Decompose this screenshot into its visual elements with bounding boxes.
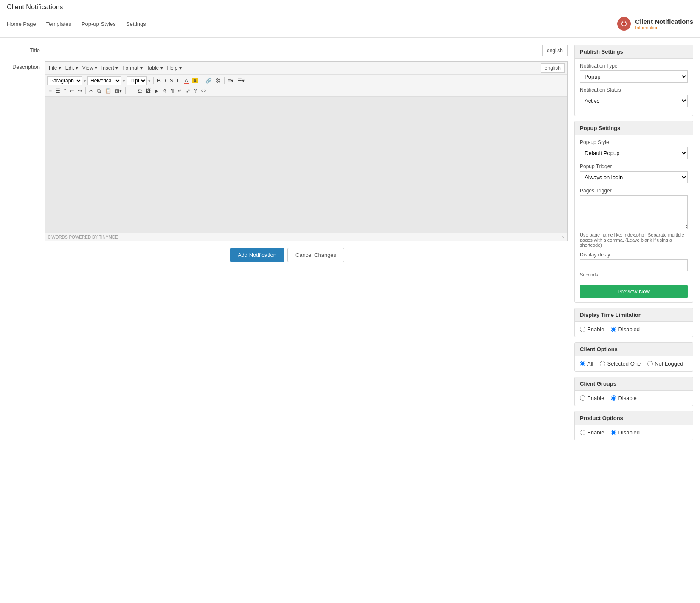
title-lang-btn[interactable]: english [543, 45, 568, 56]
add-notification-btn[interactable]: Add Notification [230, 248, 284, 262]
product-options-enable-label: Enable [587, 429, 604, 436]
editor-footer: 0 WORDS POWERED BY TINYMCE ⤡ [45, 233, 567, 241]
font-size-select[interactable]: 11pt 12pt 14pt [127, 76, 147, 85]
hr-btn[interactable]: — [127, 87, 136, 95]
display-time-disabled-radio[interactable]: Disabled [611, 326, 640, 332]
help2-btn[interactable]: ? [192, 87, 199, 95]
editor-body[interactable] [45, 97, 567, 233]
align-left-btn[interactable]: ≡ [47, 87, 53, 95]
link-btn[interactable]: 🔗 [204, 77, 214, 85]
menu-view[interactable]: View ▾ [81, 64, 99, 72]
client-option-all-input[interactable] [580, 361, 585, 366]
align-center-btn[interactable]: ☰ [54, 87, 62, 95]
client-groups-enable-input[interactable] [580, 395, 585, 401]
pages-trigger-group: Pages Trigger Use page name like: index.… [580, 188, 688, 248]
media-btn[interactable]: ▶ [153, 87, 160, 95]
pages-trigger-textarea[interactable] [580, 195, 688, 229]
menu-insert[interactable]: Insert ▾ [100, 64, 120, 72]
client-groups-disable-radio[interactable]: Disable [611, 395, 636, 401]
print-btn[interactable]: 🖨 [160, 87, 169, 95]
menu-file[interactable]: File ▾ [47, 64, 63, 72]
copy-btn[interactable]: ⧉ [96, 87, 103, 95]
cancel-changes-btn[interactable]: Cancel Changes [287, 248, 344, 262]
client-groups-disable-input[interactable] [611, 395, 616, 401]
editor-wrap: File ▾ Edit ▾ View ▾ Insert ▾ Format ▾ T… [45, 61, 568, 241]
font-color-btn[interactable]: A [183, 77, 190, 85]
bold-btn[interactable]: B [155, 77, 163, 85]
display-time-limitation-header: Display Time Limitation [575, 308, 693, 322]
client-option-all-radio[interactable]: All [580, 361, 593, 367]
client-option-notlogged-input[interactable] [647, 361, 653, 366]
nav-home-page[interactable]: Home Page [7, 21, 36, 27]
list-ol-btn[interactable]: ☰▾ [236, 77, 246, 85]
logo-sub: Information [635, 25, 693, 30]
paste-btn[interactable]: 📋 [103, 87, 113, 95]
resize-handle[interactable]: ⤡ [559, 234, 565, 240]
client-groups-disable-label: Disable [618, 395, 636, 401]
product-options-enable-input[interactable] [580, 430, 585, 435]
notification-status-select[interactable]: Active Inactive [580, 95, 688, 107]
title-row: Title english [7, 45, 568, 56]
product-options-disabled-radio[interactable]: Disabled [611, 429, 640, 436]
bg-color-btn[interactable]: A [190, 77, 200, 84]
page-title: Client Notifications [7, 3, 693, 11]
unlink-btn[interactable]: ⛓ [214, 77, 222, 85]
nav-settings[interactable]: Settings [126, 21, 146, 27]
client-option-notlogged-radio[interactable]: Not Logged [647, 361, 683, 367]
seconds-label: Seconds [580, 272, 688, 277]
paragraph-select[interactable]: Paragraph Heading 1 Heading 2 [47, 76, 82, 85]
toolbar-sep-3 [224, 77, 225, 84]
toolbar-top-row: File ▾ Edit ▾ View ▾ Insert ▾ Format ▾ T… [45, 62, 567, 75]
menu-help[interactable]: Help ▾ [166, 64, 183, 72]
code-btn[interactable]: <> [199, 87, 208, 95]
display-time-enable-radio[interactable]: Enable [580, 326, 604, 332]
display-time-radio-group: Enable Disabled [580, 326, 688, 332]
popup-trigger-group: Popup Trigger Always on login On page lo… [580, 163, 688, 183]
product-options-disabled-input[interactable] [611, 430, 616, 435]
menu-format[interactable]: Format ▾ [121, 64, 144, 72]
publish-settings-header: Publish Settings [575, 45, 693, 59]
toolbar-row-1: Paragraph Heading 1 Heading 2 ▾ Helvetic… [47, 76, 565, 86]
fullscreen-btn[interactable]: ⤢ [184, 87, 192, 95]
client-option-selected-input[interactable] [600, 361, 605, 366]
cut-btn[interactable]: ✂ [87, 87, 95, 95]
underline-btn[interactable]: U [175, 77, 183, 85]
preview-now-btn[interactable]: Preview Now [580, 285, 688, 298]
editor-lang-btn[interactable]: english [541, 63, 565, 73]
nonbreak-btn[interactable]: ↵ [176, 87, 184, 95]
omega-btn[interactable]: Ω [136, 87, 143, 95]
client-option-selected-radio[interactable]: Selected One [600, 361, 641, 367]
table-insert-btn[interactable]: ⊞▾ [113, 87, 124, 95]
font-select[interactable]: Helvetica Arial Times New Roman [87, 76, 121, 85]
strikethrough-btn[interactable]: S [168, 77, 175, 85]
popup-trigger-select[interactable]: Always on login On page load On click [580, 171, 688, 183]
list-ul-btn[interactable]: ≡▾ [226, 77, 235, 85]
blockquote-btn[interactable]: " [62, 87, 67, 95]
product-options-enable-radio[interactable]: Enable [580, 429, 604, 436]
menu-edit[interactable]: Edit ▾ [64, 64, 80, 72]
client-groups-enable-radio[interactable]: Enable [580, 395, 604, 401]
logo-name: Client Notifications [635, 18, 693, 25]
pilcrow-btn[interactable]: ¶ [169, 87, 175, 95]
menu-table[interactable]: Table ▾ [145, 64, 165, 72]
display-delay-label: Display delay [580, 252, 688, 258]
client-options-section: Client Options All Selected One Not Logg… [574, 342, 693, 372]
undo-btn[interactable]: ↩ [68, 87, 76, 95]
title-input[interactable] [45, 45, 543, 56]
word-count: 0 WORDS POWERED BY TINYMCE [48, 235, 118, 240]
image-btn[interactable]: 🖼 [144, 87, 152, 95]
popup-style-select[interactable]: Default Popup Custom [580, 147, 688, 159]
redo-btn[interactable]: ↪ [76, 87, 84, 95]
italic-btn[interactable]: I [163, 77, 168, 85]
display-time-disabled-input[interactable] [611, 327, 616, 332]
display-time-enable-input[interactable] [580, 327, 585, 332]
description-control-wrap: File ▾ Edit ▾ View ▾ Insert ▾ Format ▾ T… [45, 61, 568, 241]
client-options-header: Client Options [575, 343, 693, 356]
title-label: Title [7, 45, 45, 54]
nav-popup-styles[interactable]: Pop-up Styles [82, 21, 116, 27]
notification-type-select[interactable]: Popup Banner Inline [580, 70, 688, 83]
nav-templates[interactable]: Templates [46, 21, 71, 27]
display-delay-input[interactable] [580, 259, 688, 271]
display-time-disabled-label: Disabled [618, 326, 640, 332]
source-btn[interactable]: I [208, 87, 213, 95]
